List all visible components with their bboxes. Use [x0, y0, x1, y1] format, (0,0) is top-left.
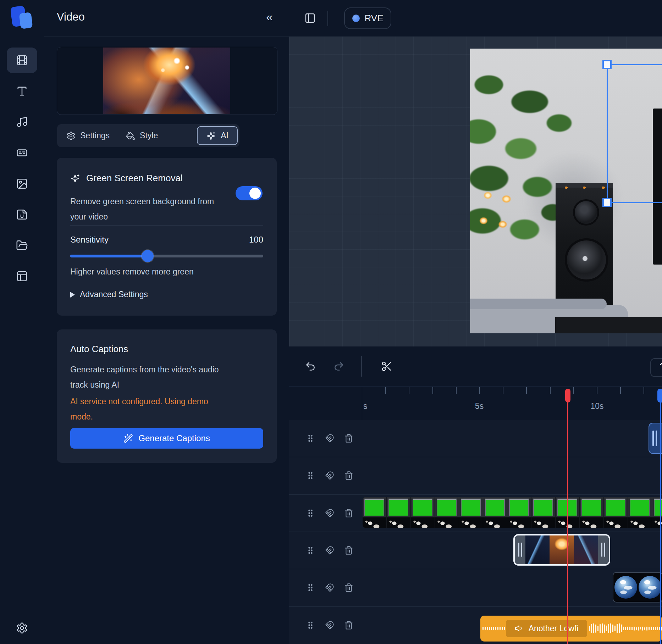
track-row-6: Another Lowfi — [289, 607, 662, 644]
sidebar-item-image[interactable] — [7, 171, 37, 196]
sidebar-item-music[interactable] — [7, 109, 37, 135]
green-screen-frame — [483, 497, 507, 528]
timeline-ruler[interactable]: s5s10s — [289, 387, 662, 420]
trash-icon[interactable] — [344, 471, 353, 480]
drag-handle-icon[interactable] — [306, 509, 315, 518]
generate-captions-label: Generate Captions — [138, 433, 210, 443]
drag-handle-icon[interactable] — [306, 471, 315, 480]
string-lights — [472, 183, 525, 244]
audio-clip-name: Another Lowfi — [529, 624, 579, 633]
selection-handle-top-left[interactable] — [602, 60, 612, 69]
ruler-tick — [573, 387, 574, 394]
advanced-settings-expander[interactable]: Advanced Settings — [70, 290, 148, 299]
track-list: Another Lowfi — [289, 420, 662, 644]
trim-handle-right[interactable] — [598, 535, 609, 564]
project-button[interactable]: RVE — [344, 7, 391, 29]
toolbar-edge-button-partial[interactable] — [650, 358, 662, 377]
sidebar-item-sticker[interactable] — [7, 202, 37, 227]
redo-icon[interactable] — [333, 361, 344, 372]
trash-icon[interactable] — [344, 509, 353, 518]
sensitivity-slider[interactable] — [70, 250, 263, 262]
type-icon — [16, 85, 28, 97]
slider-knob[interactable] — [142, 250, 154, 262]
app-window: Video « Settings Style AI Green — [0, 0, 662, 644]
trash-icon[interactable] — [344, 546, 353, 555]
track-header — [289, 532, 362, 569]
track-lane[interactable] — [362, 457, 662, 494]
ruler-label: 10s — [590, 401, 603, 411]
drag-handle-icon[interactable] — [306, 434, 315, 443]
ruler-tick — [550, 387, 551, 394]
magnet-icon[interactable] — [325, 434, 334, 443]
sidebar-item-film[interactable] — [7, 48, 37, 73]
trash-icon[interactable] — [344, 583, 353, 592]
trash-icon[interactable] — [344, 621, 353, 630]
sidebar-item-type[interactable] — [7, 78, 37, 104]
track-lane[interactable] — [362, 532, 662, 569]
magnet-icon[interactable] — [325, 621, 334, 630]
track-row-3 — [289, 495, 662, 532]
layout-icon — [16, 270, 28, 282]
track-lane[interactable] — [362, 420, 662, 457]
canvas-topbar: RVE — [289, 0, 662, 37]
track-lane[interactable]: Another Lowfi — [362, 607, 662, 644]
icon-rail — [0, 0, 44, 644]
scissors-icon[interactable] — [381, 361, 392, 372]
app-logo[interactable] — [10, 6, 34, 29]
green-screen-card: Green Screen Removal Remove green screen… — [57, 158, 277, 316]
preview-canvas[interactable] — [289, 37, 662, 346]
green-screen-frame — [628, 497, 652, 528]
triangle-right-icon — [70, 292, 75, 298]
track-lane[interactable] — [362, 495, 662, 532]
captions-icon — [16, 147, 28, 159]
toggle-knob — [249, 188, 261, 199]
video-preview[interactable] — [470, 49, 662, 333]
selection-edge-left — [607, 64, 608, 203]
magnet-icon[interactable] — [325, 546, 334, 555]
ruler-tick — [620, 387, 621, 394]
magnet-icon[interactable] — [325, 509, 334, 518]
green-screen-frame — [531, 497, 556, 528]
auto-captions-card: Auto Captions Generate captions from the… — [57, 329, 277, 463]
sticker-icon — [16, 209, 28, 221]
collapse-panel-button[interactable]: « — [266, 9, 273, 26]
drag-handle-icon[interactable] — [306, 621, 315, 630]
green-screen-frame — [435, 497, 459, 528]
sidebar-item-settings[interactable] — [16, 622, 28, 634]
inspector-panel: Video « Settings Style AI Green — [44, 0, 289, 644]
magnet-icon[interactable] — [325, 471, 334, 480]
waveform-left — [482, 616, 505, 642]
trim-handle-left[interactable] — [515, 535, 525, 564]
tab-settings[interactable]: Settings — [66, 131, 110, 140]
tab-style[interactable]: Style — [126, 131, 158, 140]
sidebar-item-captions[interactable] — [7, 140, 37, 166]
project-status-dot — [352, 15, 360, 22]
track-row-5 — [289, 569, 662, 606]
drag-handle-icon[interactable] — [306, 546, 315, 555]
panel-left-icon[interactable] — [304, 12, 316, 24]
trash-icon[interactable] — [344, 434, 353, 443]
selection-handle-bottom-left[interactable] — [602, 198, 612, 207]
generate-captions-button[interactable]: Generate Captions — [70, 428, 263, 449]
video-thumbnail[interactable] — [103, 48, 230, 114]
green-screen-clip[interactable] — [363, 497, 662, 528]
ruler-tick — [503, 387, 503, 394]
earth-image-clip[interactable] — [613, 572, 662, 603]
sidebar-item-folder-open[interactable] — [7, 233, 37, 258]
tab-ai[interactable]: AI — [197, 126, 238, 145]
timeline-end-marker-handle[interactable] — [657, 389, 662, 402]
concert-video-clip[interactable] — [513, 534, 610, 566]
undo-icon[interactable] — [305, 361, 316, 372]
drag-handle-icon[interactable] — [306, 583, 315, 592]
green-screen-toggle[interactable] — [236, 186, 263, 200]
green-screen-description: Remove green screen background from your… — [70, 182, 219, 224]
ruler-tick — [479, 387, 480, 394]
gear-icon — [66, 131, 76, 140]
sidebar-item-layout[interactable] — [7, 263, 37, 289]
magnet-icon[interactable] — [325, 583, 334, 592]
track-lane[interactable] — [362, 569, 662, 606]
track-row-1 — [289, 420, 662, 457]
folder-open-icon — [16, 239, 28, 251]
audio-clip[interactable]: Another Lowfi — [480, 616, 662, 642]
track-header — [289, 420, 362, 457]
